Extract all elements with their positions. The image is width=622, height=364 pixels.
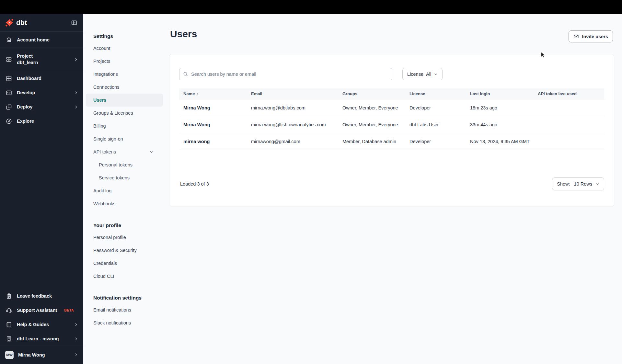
- sidebar-item-support-assistant[interactable]: Support Assistant BETA: [0, 303, 83, 317]
- cell-groups: Owner, Member, Everyone: [338, 105, 405, 110]
- dbt-logo-icon: [5, 18, 14, 27]
- sidebar-footer: Leave feedback Support Assistant BETA He…: [0, 289, 83, 364]
- sidebar-item-dashboard[interactable]: Dashboard: [0, 71, 83, 85]
- column-header-api-token-last-used[interactable]: API token last used: [534, 91, 604, 96]
- dbt-logo-text: dbt: [16, 19, 27, 27]
- table-header-row: Name↑ Email Groups License Last login AP…: [179, 88, 604, 99]
- show-rows-dropdown[interactable]: Show: 10 Rows: [552, 177, 604, 190]
- sidebar-item-label: Help & Guides: [17, 322, 49, 327]
- app-sidebar: dbt Account home Project dbt_learn: [0, 14, 83, 364]
- sidebar-item-label: Deploy: [17, 104, 32, 109]
- headset-icon: [5, 307, 12, 314]
- settings-item-projects[interactable]: Projects: [86, 55, 163, 68]
- settings-nav: Settings Account Projects Integrations C…: [86, 31, 163, 339]
- settings-item-billing[interactable]: Billing: [86, 119, 163, 132]
- column-header-license[interactable]: License: [405, 91, 466, 96]
- invite-users-label: Invite users: [582, 34, 608, 39]
- show-rows-label: Show:: [557, 181, 570, 187]
- chevron-down-icon: [595, 182, 599, 186]
- top-bar: [0, 0, 622, 14]
- table-row[interactable]: Mirna Wong mirna.wong@fishtownanalytics.…: [179, 116, 604, 133]
- settings-item-personal-profile[interactable]: Personal profile: [86, 231, 163, 244]
- sidebar-item-label: dbt Learn - mwong: [17, 336, 59, 341]
- cell-license: Developer: [405, 105, 466, 110]
- cell-last-login: Nov 13, 2024, 9:35 AM GMT: [466, 139, 534, 144]
- search-input[interactable]: [179, 68, 392, 80]
- settings-item-label: API tokens: [93, 149, 116, 154]
- dashboard-icon: [5, 75, 12, 82]
- show-rows-value: 10 Rows: [574, 181, 592, 187]
- explore-icon: [5, 118, 12, 125]
- cell-email: mirnawong@gmail.com: [247, 139, 338, 144]
- sort-asc-icon: ↑: [196, 92, 198, 96]
- settings-item-integrations[interactable]: Integrations: [86, 68, 163, 81]
- column-header-groups[interactable]: Groups: [338, 91, 405, 96]
- chevron-right-icon: [74, 323, 78, 327]
- settings-item-users[interactable]: Users: [86, 94, 163, 107]
- sidebar-item-label: Account home: [17, 37, 50, 42]
- settings-item-webhooks[interactable]: Webhooks: [86, 197, 163, 210]
- settings-item-audit-log[interactable]: Audit log: [86, 184, 163, 197]
- column-header-name[interactable]: Name↑: [179, 91, 247, 96]
- settings-item-api-tokens[interactable]: API tokens: [86, 145, 163, 158]
- sidebar-item-label: Leave feedback: [17, 293, 52, 299]
- sidebar-item-leave-feedback[interactable]: Leave feedback: [0, 289, 83, 303]
- table-footer: Loaded 3 of 3 Show: 10 Rows: [179, 177, 604, 190]
- column-header-email[interactable]: Email: [247, 91, 338, 96]
- sidebar-item-account-home[interactable]: Account home: [0, 32, 83, 48]
- invite-users-button[interactable]: Invite users: [569, 30, 613, 42]
- chevron-right-icon: [74, 57, 78, 62]
- book-icon: [5, 321, 12, 328]
- dbt-logo[interactable]: dbt: [5, 18, 27, 27]
- license-filter-label: License: [407, 72, 423, 77]
- sidebar-item-develop[interactable]: Develop: [0, 85, 83, 100]
- settings-item-service-tokens[interactable]: Service tokens: [86, 171, 163, 184]
- column-header-label: Name: [183, 91, 195, 96]
- sidebar-item-project[interactable]: Project dbt_learn: [0, 48, 83, 71]
- table-row[interactable]: Mirna Wong mirna.wong@dbtlabs.com Owner,…: [179, 99, 604, 116]
- settings-item-groups-licenses[interactable]: Groups & Licenses: [86, 107, 163, 119]
- license-filter-value: All: [426, 72, 431, 77]
- settings-item-connections[interactable]: Connections: [86, 81, 163, 94]
- sidebar-user-menu[interactable]: MW Mirna Wong: [0, 346, 83, 363]
- cell-license: dbt Labs User: [405, 122, 466, 127]
- beta-badge: BETA: [64, 308, 74, 312]
- settings-item-cloud-cli[interactable]: Cloud CLI: [86, 270, 163, 283]
- sidebar-item-dbt-learn[interactable]: dbt Learn - mwong: [0, 332, 83, 346]
- cell-last-login: 18m 23s ago: [466, 105, 534, 110]
- cell-name: Mirna Wong: [179, 122, 247, 127]
- page-title: Users: [170, 28, 197, 40]
- settings-item-slack-notifications[interactable]: Slack notifications: [86, 316, 163, 329]
- cell-last-login: 33m 44s ago: [466, 122, 534, 127]
- chevron-right-icon: [74, 105, 78, 109]
- settings-item-email-notifications[interactable]: Email notifications: [86, 303, 163, 316]
- settings-item-personal-tokens[interactable]: Personal tokens: [86, 158, 163, 171]
- develop-icon: [5, 89, 12, 96]
- chevron-right-icon: [74, 353, 78, 357]
- your-profile-heading: Your profile: [86, 220, 163, 231]
- column-header-last-login[interactable]: Last login: [466, 91, 534, 96]
- search-icon: [183, 71, 188, 77]
- table-row[interactable]: mirna wong mirnawong@gmail.com Member, D…: [179, 133, 604, 150]
- project-label: Project: [17, 53, 38, 59]
- users-card: License All Name↑ Email Groups License L…: [169, 54, 614, 206]
- sidebar-item-label: Support Assistant: [17, 308, 57, 313]
- sidebar-item-help-guides[interactable]: Help & Guides: [0, 317, 83, 332]
- sidebar-item-explore[interactable]: Explore: [0, 114, 83, 128]
- sidebar-item-label: Explore: [17, 119, 34, 124]
- sidebar-item-label: Develop: [17, 90, 35, 95]
- license-filter-button[interactable]: License All: [402, 68, 443, 80]
- table-controls: License All: [179, 68, 604, 80]
- sidebar-collapse-icon[interactable]: [71, 19, 78, 26]
- sidebar-logo-row: dbt: [0, 14, 83, 32]
- settings-item-single-sign-on[interactable]: Single sign-on: [86, 132, 163, 145]
- your-profile-section: Your profile Personal profile Password &…: [86, 220, 163, 283]
- cell-groups: Owner, Member, Everyone: [338, 122, 405, 127]
- cell-license: Developer: [405, 139, 466, 144]
- chevron-down-icon: [149, 150, 154, 154]
- sidebar-item-label-group: Project dbt_learn: [17, 53, 38, 65]
- sidebar-item-deploy[interactable]: Deploy: [0, 100, 83, 114]
- settings-item-credentials[interactable]: Credentials: [86, 257, 163, 270]
- settings-item-account[interactable]: Account: [86, 42, 163, 55]
- settings-item-password-security[interactable]: Password & Security: [86, 244, 163, 257]
